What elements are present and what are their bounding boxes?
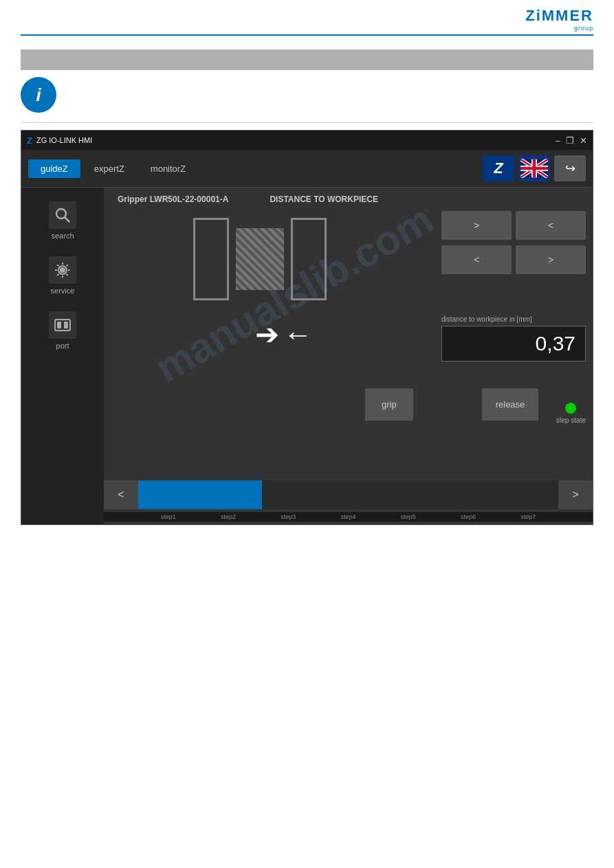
svg-rect-7 [64,322,68,329]
logo-text: ZiMMER [525,7,593,25]
arrow-left-icon: ← [283,318,312,351]
gripper-name: Gripper LWR50L-22-00001-A [118,194,228,204]
minimize-button[interactable]: – [556,136,560,145]
right-control-panel: > < < > distance to workpiece in [mm] 0,… [441,211,586,361]
ctrl-btn-lt-1[interactable]: < [516,211,586,240]
port-label: port [56,342,69,350]
tab-expertz[interactable]: expertZ [82,159,137,178]
app-window: Z ZG IO-LINK HMI – ❐ ✕ guideZ expertZ mo… [21,130,593,525]
info-content: i [0,70,614,120]
step-right-spacer [558,513,593,520]
right-finger [291,218,327,300]
ctrl-btn-row-1: > < [441,211,586,240]
left-finger [193,218,229,300]
svg-line-2 [65,218,70,223]
nav-icons: Z ↪ [483,155,586,181]
port-icon [49,311,76,339]
window-title-icon: Z [27,135,32,146]
zimmer-logo: ZiMMER group [525,7,593,32]
release-button[interactable]: release [482,388,539,421]
step-nav-right-button[interactable]: > [558,480,593,509]
header-line [21,34,593,36]
action-buttons: grip release [365,388,538,421]
maximize-button[interactable]: ❐ [566,136,574,145]
step-empty-segment [262,480,558,509]
step-label-4: step4 [318,513,378,520]
search-icon [49,201,76,229]
state-dot [565,403,576,414]
sidebar: search service [21,188,104,524]
z-logo-icon: Z [485,158,512,179]
header: ZiMMER group [0,0,614,32]
distance-value: 0,37 [441,326,586,361]
sidebar-item-service[interactable]: service [21,249,104,302]
close-button[interactable]: ✕ [580,136,587,145]
distance-unit-label: distance to workpiece in [mm] [441,315,586,323]
service-label: service [51,287,75,295]
step-left-spacer [104,513,138,520]
uk-flag-icon [520,159,548,178]
grip-button[interactable]: grip [365,388,413,421]
sidebar-item-search[interactable]: search [21,194,104,247]
steps-bar: < > [104,480,593,509]
service-icon [49,256,76,284]
arrow-right-icon: ➔ [255,318,279,351]
step-label-5: step5 [378,513,438,520]
window-titlebar: Z ZG IO-LINK HMI – ❐ ✕ [21,131,593,150]
info-icon: i [21,77,56,113]
tab-monitorz[interactable]: monitorZ [138,159,198,178]
window-title: Z ZG IO-LINK HMI [27,135,92,146]
info-bar [21,49,593,70]
svg-point-1 [56,209,66,219]
nav-tabs: guideZ expertZ monitorZ [28,159,198,178]
logo-sub: group [574,25,593,32]
step-state-label: step state [556,416,586,424]
tab-guidez[interactable]: guideZ [28,159,80,178]
step-nav-left-button[interactable]: < [104,480,138,509]
arrows: ➔ ← [255,318,312,351]
ctrl-btn-gt-1[interactable]: > [441,211,512,240]
ctrl-btn-lt-2[interactable]: < [441,245,512,274]
workpiece [236,228,284,290]
step-label-2: step2 [198,513,258,520]
exit-icon: ↪ [565,161,575,176]
steps-labels-row: step1 step2 step3 step4 step5 step6 step… [104,512,593,522]
z-logo-button[interactable]: Z [483,155,514,181]
step-state: step state [556,403,586,424]
window-title-text: ZG IO-LINK HMI [36,136,92,144]
ctrl-btn-row-2: < > [441,245,586,274]
language-button[interactable] [518,155,550,181]
step-label-1: step1 [138,513,198,520]
step-filled-segment [138,480,262,509]
window-controls: – ❐ ✕ [556,136,587,145]
nav-bar: guideZ expertZ monitorZ Z ↪ [21,150,593,188]
step-label-3: step3 [259,513,318,520]
svg-point-3 [60,267,65,273]
step-label-7: step7 [498,513,558,520]
main-content: search service [21,188,593,524]
search-label: search [51,232,74,240]
step-label-6: step6 [438,513,498,520]
sidebar-item-port[interactable]: port [21,304,104,357]
info-divider [21,122,593,123]
ctrl-btn-gt-2[interactable]: > [516,245,586,274]
steps-labels-track: step1 step2 step3 step4 step5 step6 step… [138,513,558,520]
gripper-header: Gripper LWR50L-22-00001-A DISTANCE TO WO… [104,188,593,211]
distance-header: DISTANCE TO WORKPIECE [270,194,378,204]
work-area: manualslib.com Gripper LWR50L-22-00001-A… [104,188,593,524]
svg-rect-6 [57,322,61,329]
exit-button[interactable]: ↪ [554,155,586,181]
distance-display-area: distance to workpiece in [mm] 0,37 [441,315,586,361]
